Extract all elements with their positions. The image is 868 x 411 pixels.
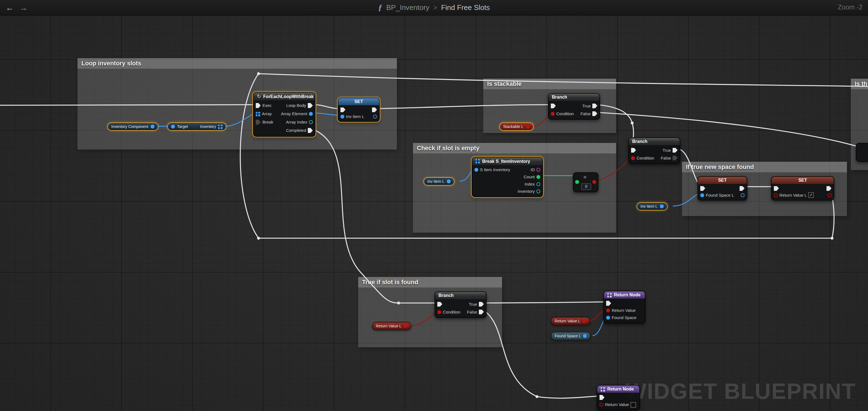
- loop-body-pin[interactable]: [308, 103, 313, 108]
- forward-button[interactable]: →: [20, 3, 28, 12]
- var-get-inventory[interactable]: Target Inventory: [167, 122, 227, 131]
- int-in-pin[interactable]: [575, 180, 579, 184]
- exec-out-pin[interactable]: [827, 186, 832, 191]
- condition-pin[interactable]: [631, 156, 635, 160]
- var-in-pin[interactable]: [774, 193, 778, 197]
- condition-pin[interactable]: [551, 112, 555, 116]
- exec-in-pin[interactable]: [606, 301, 611, 306]
- exec-in-pin[interactable]: [700, 186, 705, 191]
- var-out-pin[interactable]: [373, 114, 377, 118]
- exec-in-pin[interactable]: [599, 395, 604, 400]
- break-pin[interactable]: [256, 120, 261, 125]
- var-label: Inv Item L: [641, 204, 657, 208]
- output-pin[interactable]: [582, 319, 586, 323]
- var-label: Target: [177, 125, 188, 128]
- branch-node-slot-empty[interactable]: Branch Condition True False: [628, 137, 680, 164]
- false-pin[interactable]: [592, 111, 597, 116]
- var-in-pin[interactable]: [340, 114, 344, 118]
- pin-label: Return Value: [612, 308, 636, 313]
- output-pin[interactable]: [151, 125, 154, 128]
- false-pin[interactable]: [479, 310, 484, 314]
- set-found-space-node[interactable]: SET Found Space L: [698, 176, 747, 201]
- found-space-pin[interactable]: [606, 316, 610, 320]
- inventory-pin[interactable]: [536, 189, 540, 193]
- breadcrumb-parent[interactable]: BP_Inventory: [386, 3, 429, 11]
- exec-in-pin[interactable]: [256, 103, 261, 108]
- true-pin[interactable]: [479, 302, 484, 306]
- pin-label: Index: [525, 182, 535, 187]
- branch-node-slot-found[interactable]: Branch Condition True False: [435, 291, 487, 318]
- var-get-return-value-2[interactable]: Return Value L: [551, 317, 590, 325]
- exec-out-pin[interactable]: [740, 186, 745, 191]
- array-pin[interactable]: [256, 112, 260, 116]
- pin-label: False: [581, 111, 591, 116]
- output-pin[interactable]: [583, 334, 587, 338]
- exec-in-pin[interactable]: [551, 103, 556, 108]
- set-return-value-node[interactable]: SET Return Value L: [771, 176, 834, 201]
- break-struct-node[interactable]: Break S_ItemInventory S Item Inventory I…: [472, 157, 543, 197]
- exec-in-pin[interactable]: [437, 302, 442, 306]
- breadcrumb-current[interactable]: Find Free Slots: [441, 3, 490, 11]
- var-get-return-value-1[interactable]: Return Value L: [372, 322, 411, 330]
- var-get-inv-item-1[interactable]: Inv Item L: [424, 177, 454, 185]
- pin-label: Return Value L: [779, 193, 807, 198]
- exec-in-pin[interactable]: [340, 107, 345, 112]
- array-index-pin[interactable]: [309, 120, 313, 124]
- node-title-bar: Return Node: [604, 291, 645, 299]
- var-label: Inventory: [200, 125, 216, 128]
- var-get-stackable[interactable]: Stackable L: [499, 122, 533, 131]
- comment-title-bar[interactable]: Loop inventory slots: [78, 58, 397, 69]
- pin-label: Condition: [443, 310, 460, 314]
- return-node-2[interactable]: Return Node Return Value: [597, 385, 640, 410]
- back-button[interactable]: ←: [5, 3, 14, 12]
- index-pin[interactable]: [536, 182, 540, 186]
- comment-title-bar[interactable]: True if slot is found: [358, 277, 502, 288]
- var-out-pin[interactable]: [828, 193, 832, 197]
- comment-title-bar[interactable]: Check if slot is empty: [413, 143, 616, 153]
- condition-pin[interactable]: [437, 310, 441, 314]
- array-output-pin[interactable]: [218, 124, 223, 129]
- true-pin[interactable]: [673, 148, 678, 153]
- comment-title-bar[interactable]: If true new space found: [682, 162, 847, 172]
- set-inv-item-node[interactable]: SET Inv Item L: [338, 97, 380, 122]
- var-get-inv-item-2[interactable]: Inv Item L: [637, 202, 667, 210]
- pin-label: Exec: [262, 103, 272, 108]
- output-pin[interactable]: [659, 204, 663, 208]
- return-value-pin[interactable]: [599, 403, 603, 407]
- branch-node-stackable[interactable]: Branch Condition True False: [548, 93, 600, 120]
- output-pin[interactable]: [446, 179, 450, 183]
- bool-checkbox[interactable]: [808, 192, 814, 198]
- output-pin[interactable]: [526, 125, 529, 128]
- bool-out-pin[interactable]: [592, 180, 596, 184]
- target-pin[interactable]: [171, 125, 175, 128]
- completed-pin[interactable]: [308, 128, 313, 133]
- var-get-inventory-component[interactable]: Inventory Component: [107, 122, 158, 131]
- var-label: Inv Item L: [427, 179, 444, 183]
- bool-checkbox[interactable]: [630, 402, 636, 407]
- output-pin[interactable]: [404, 324, 407, 328]
- foreach-loop-node[interactable]: ↻ ForEachLoopWithBreak Exec Array Break …: [253, 92, 315, 137]
- false-pin[interactable]: [673, 155, 678, 160]
- pin-label: Loop Body: [286, 103, 306, 108]
- exec-out-pin[interactable]: [372, 107, 377, 112]
- exec-in-pin[interactable]: [774, 186, 779, 191]
- var-in-pin[interactable]: [700, 193, 704, 197]
- array-element-pin[interactable]: [309, 112, 313, 116]
- struct-in-pin[interactable]: [474, 168, 478, 172]
- var-get-found-space[interactable]: Found Space L: [551, 332, 591, 340]
- return-node-1[interactable]: Return Node Return Value Found Space: [603, 291, 646, 323]
- breadcrumb: ƒ BP_Inventory > Find Free Slots: [378, 3, 490, 12]
- node-title: Branch: [552, 95, 567, 100]
- var-out-pin[interactable]: [741, 193, 745, 197]
- default-value-box[interactable]: 0: [581, 183, 591, 190]
- comment-title-bar[interactable]: Is th: [851, 79, 868, 89]
- count-pin[interactable]: [536, 175, 540, 179]
- exec-in-pin[interactable]: [631, 148, 636, 153]
- edge-clipped-node[interactable]: [856, 143, 868, 162]
- node-title-bar: ↻ ForEachLoopWithBreak: [253, 92, 315, 100]
- return-value-pin[interactable]: [606, 309, 610, 313]
- comment-title-bar[interactable]: Is stackable: [483, 79, 616, 89]
- id-pin[interactable]: [536, 168, 540, 172]
- true-pin[interactable]: [592, 103, 597, 108]
- greater-than-node[interactable]: > 0: [573, 172, 598, 192]
